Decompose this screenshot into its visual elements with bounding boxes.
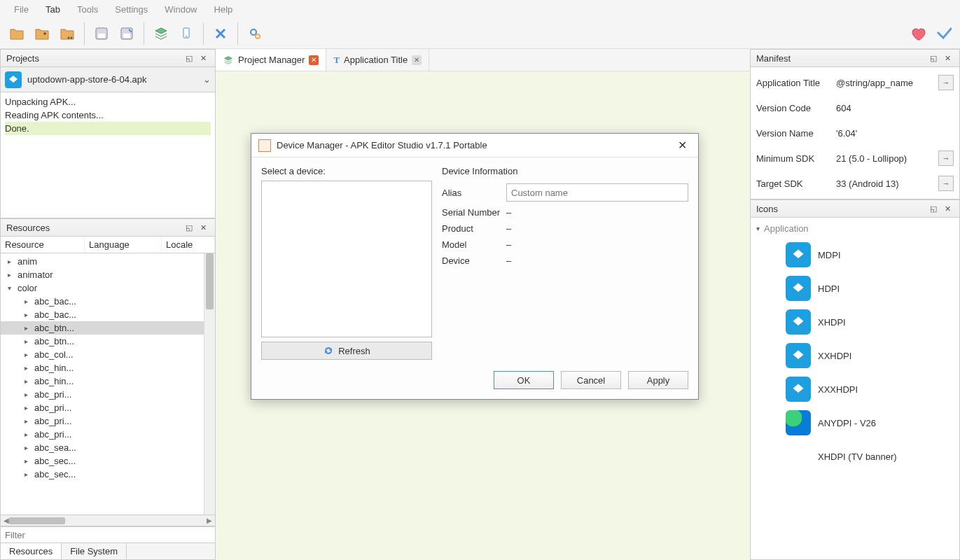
apply-button[interactable]: Apply — [628, 371, 688, 389]
chevron-icon: ▸ — [25, 457, 34, 465]
scroll-left-icon[interactable]: ◀ — [4, 517, 9, 524]
resource-node[interactable]: ▸abc_hin... — [1, 374, 204, 388]
resource-node[interactable]: ▾color — [1, 281, 204, 295]
ok-button[interactable]: OK — [494, 371, 554, 389]
icons-undock-icon[interactable]: ◱ — [927, 203, 940, 214]
close-x-icon[interactable] — [209, 22, 232, 45]
chevron-icon: ▸ — [25, 324, 34, 332]
menu-help[interactable]: Help — [206, 1, 242, 18]
menu-window[interactable]: Window — [156, 1, 205, 18]
icon-row[interactable]: ANYDPI - V26 — [756, 406, 954, 440]
icon-label: ANYDPI - V26 — [818, 418, 876, 428]
resource-label: abc_pri... — [34, 389, 71, 400]
save-icon[interactable] — [90, 22, 113, 45]
resources-tree[interactable]: ▸anim▸animator▾color▸abc_bac...▸abc_bac.… — [1, 253, 204, 514]
folder-add-icon[interactable] — [31, 22, 53, 45]
icons-title-text: Icons — [756, 204, 778, 214]
projects-title-text: Projects — [6, 53, 39, 64]
resources-headers[interactable]: Resource Language Locale — [0, 237, 216, 253]
resource-node[interactable]: ▸abc_pri... — [1, 401, 204, 414]
resources-close-icon[interactable]: ✕ — [197, 222, 209, 233]
resource-label: abc_hin... — [34, 376, 74, 386]
projects-undock-icon[interactable]: ◱ — [183, 52, 195, 64]
heart-icon[interactable] — [907, 22, 929, 45]
menu-tab[interactable]: Tab — [37, 1, 69, 18]
go-button[interactable]: → — [938, 75, 954, 90]
folder-open-icon[interactable] — [6, 22, 28, 45]
bottom-tab-file-system[interactable]: File System — [62, 543, 127, 559]
folder-cart-icon[interactable] — [56, 22, 78, 45]
apk-icon — [5, 71, 22, 88]
menu-file[interactable]: File — [6, 1, 37, 18]
resource-node[interactable]: ▸abc_bac... — [1, 308, 204, 321]
go-button[interactable]: → — [938, 176, 954, 191]
resource-node[interactable]: ▸abc_pri... — [1, 428, 204, 441]
manifest-label: Version Code — [756, 103, 833, 113]
cancel-button[interactable]: Cancel — [561, 371, 621, 389]
info-value: – — [506, 207, 688, 218]
icon-row[interactable]: XHDPI — [756, 305, 954, 339]
go-button[interactable]: → — [938, 150, 954, 166]
device-icon[interactable] — [175, 22, 197, 45]
resource-label: abc_pri... — [34, 416, 71, 426]
resource-node[interactable]: ▸animator — [1, 268, 204, 281]
icon-row[interactable]: XXHDPI — [756, 339, 954, 372]
resource-node[interactable]: ▸anim — [1, 255, 204, 268]
project-selector[interactable]: uptodown-app-store-6-04.apk ⌄ — [0, 67, 216, 92]
icon-row[interactable]: MDPI — [756, 238, 954, 272]
resource-node[interactable]: ▸abc_sec... — [1, 468, 204, 481]
svg-point-8 — [251, 29, 256, 35]
dialog-titlebar[interactable]: Device Manager - APK Editor Studio v1.7.… — [251, 134, 698, 158]
scroll-right-icon[interactable]: ▶ — [207, 517, 212, 524]
resources-header-locale[interactable]: Locale — [162, 237, 215, 253]
manifest-value[interactable]: 33 (Android 13) — [833, 176, 935, 192]
resource-node[interactable]: ▸abc_pri... — [1, 414, 204, 428]
device-list[interactable] — [261, 181, 432, 337]
icon-row[interactable]: HDPI — [756, 272, 954, 305]
manifest-close-icon[interactable]: ✕ — [941, 52, 954, 64]
menu-tools[interactable]: Tools — [69, 1, 106, 18]
resource-node[interactable]: ▸abc_hin... — [1, 361, 204, 374]
resource-node[interactable]: ▸abc_sea... — [1, 441, 204, 454]
manifest-value[interactable]: '6.04' — [833, 125, 954, 141]
manifest-value[interactable]: @string/app_name — [833, 75, 935, 91]
resource-node[interactable]: ▸abc_sec... — [1, 454, 204, 468]
projects-close-icon[interactable]: ✕ — [197, 52, 209, 64]
icon-row[interactable]: XXXHDPI — [756, 372, 954, 406]
resources-header-language[interactable]: Language — [85, 237, 162, 253]
resource-label: abc_sea... — [34, 442, 76, 453]
gears-icon[interactable] — [244, 22, 266, 45]
icon-row[interactable]: XHDPI (TV banner) — [756, 440, 954, 473]
manifest-value[interactable]: 21 (5.0 - Lollipop) — [833, 150, 935, 167]
resources-hscroll[interactable]: ◀ ▶ — [0, 515, 216, 526]
resource-node[interactable]: ▸abc_col... — [1, 348, 204, 361]
manifest-value[interactable]: 604 — [833, 100, 954, 116]
resource-node[interactable]: ▸abc_btn... — [1, 321, 204, 335]
filter-input[interactable] — [0, 526, 216, 543]
layers-icon[interactable] — [150, 22, 172, 45]
resources-vscroll[interactable] — [204, 253, 215, 514]
resources-undock-icon[interactable]: ◱ — [183, 222, 195, 233]
resource-label: color — [18, 283, 37, 293]
resource-node[interactable]: ▸abc_bac... — [1, 295, 204, 308]
resource-label: abc_btn... — [34, 336, 74, 346]
refresh-button[interactable]: Refresh — [261, 342, 432, 360]
icons-close-icon[interactable]: ✕ — [941, 203, 954, 214]
check-icon[interactable] — [932, 22, 954, 45]
alias-input[interactable] — [506, 183, 688, 202]
resources-header-resource[interactable]: Resource — [1, 237, 85, 253]
chevron-icon: ▸ — [25, 404, 34, 412]
info-value: – — [506, 223, 688, 234]
dialog-close-icon[interactable]: ✕ — [674, 137, 691, 153]
bottom-tab-resources[interactable]: Resources — [1, 543, 62, 559]
icons-group-header[interactable]: ▾ Application — [756, 222, 954, 238]
resource-node[interactable]: ▸abc_btn... — [1, 335, 204, 348]
resource-label: abc_sec... — [34, 469, 76, 479]
info-key: Device — [442, 255, 506, 266]
manifest-label: Target SDK — [756, 178, 833, 189]
save-as-icon[interactable] — [116, 22, 138, 45]
manifest-undock-icon[interactable]: ◱ — [927, 52, 940, 64]
dialog-title-text: Device Manager - APK Editor Studio v1.7.… — [277, 140, 487, 150]
menu-settings[interactable]: Settings — [106, 1, 156, 18]
resource-node[interactable]: ▸abc_pri... — [1, 388, 204, 401]
